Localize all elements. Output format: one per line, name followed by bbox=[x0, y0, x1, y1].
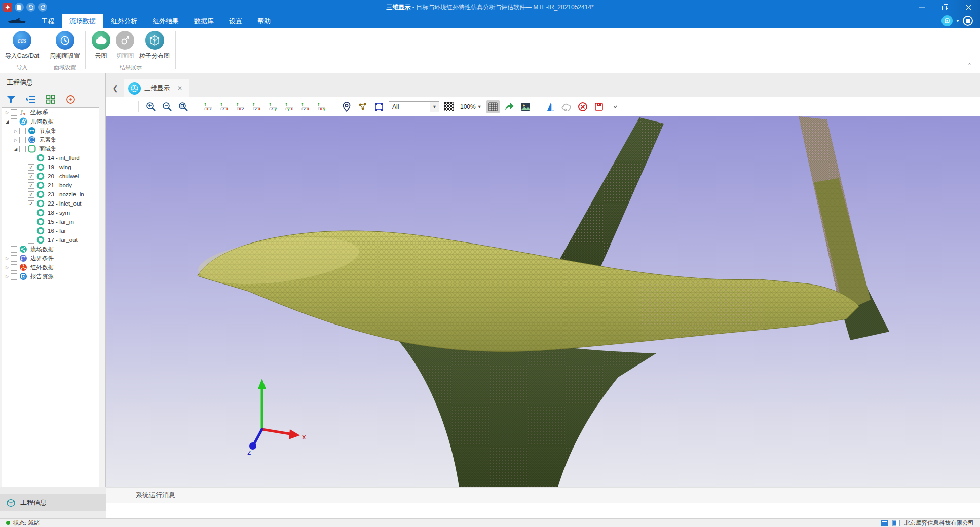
tree-row-14---int_fluid[interactable]: 14 - int_fluid bbox=[2, 153, 99, 163]
tree-checkbox[interactable] bbox=[19, 146, 26, 152]
menu-tab-5[interactable]: 设置 bbox=[221, 14, 250, 28]
tree-checkbox[interactable]: ✓ bbox=[28, 164, 34, 171]
box-select-icon[interactable] bbox=[372, 100, 386, 113]
tree-checkbox[interactable] bbox=[11, 264, 17, 271]
tree-expander-icon[interactable]: ◢ bbox=[12, 147, 19, 151]
tree-row-18---sym[interactable]: 18 - sym bbox=[2, 208, 99, 217]
view-bottom-icon[interactable]: yx bbox=[283, 100, 296, 113]
tree-row-面域集[interactable]: ◢面域集 bbox=[2, 144, 99, 153]
clear-all-icon[interactable] bbox=[576, 100, 589, 113]
grid-view-icon[interactable] bbox=[45, 93, 57, 105]
grid-toggle-button[interactable] bbox=[486, 100, 500, 113]
tree-checkbox[interactable]: ✓ bbox=[28, 182, 34, 189]
tree-checkbox[interactable] bbox=[11, 118, 17, 125]
tree-checkbox[interactable] bbox=[28, 155, 34, 161]
zoom-in-icon[interactable] bbox=[144, 100, 158, 113]
tree-checkbox[interactable] bbox=[11, 246, 17, 253]
tab-close-icon[interactable]: ✕ bbox=[177, 85, 182, 92]
tree-expander-icon[interactable]: ▷ bbox=[4, 265, 11, 270]
tree-expander-icon[interactable]: ▷ bbox=[12, 129, 19, 133]
zoom-out-icon[interactable] bbox=[161, 100, 174, 113]
help-circle-icon[interactable] bbox=[963, 16, 973, 26]
import-cas-dat-button[interactable]: cas 导入Cas/Dat bbox=[5, 31, 39, 60]
close-button[interactable] bbox=[957, 0, 980, 14]
tree-row-22---inlet_out[interactable]: ✓22 - inlet_out bbox=[2, 199, 99, 208]
probe-pin-icon[interactable] bbox=[340, 100, 353, 113]
locate-target-icon[interactable] bbox=[64, 93, 77, 105]
tree-checkbox[interactable] bbox=[11, 109, 17, 116]
new-file-button[interactable] bbox=[15, 3, 24, 12]
tree-checkbox[interactable] bbox=[19, 128, 26, 134]
view-back-icon[interactable]: zx bbox=[218, 100, 231, 113]
run-dropdown-caret[interactable]: ▼ bbox=[956, 19, 960, 23]
view-iso2-icon[interactable]: xy bbox=[315, 100, 328, 113]
viewport-3d[interactable]: x z 系统运行消息 bbox=[106, 116, 980, 503]
tree-row-几何数据[interactable]: ◢几何数据 bbox=[2, 117, 99, 126]
tree-expander-icon[interactable]: ◢ bbox=[4, 119, 11, 124]
undo-button[interactable] bbox=[26, 3, 35, 12]
view-left-icon[interactable]: xz bbox=[234, 100, 247, 113]
tree-row-19---wing[interactable]: ✓19 - wing bbox=[2, 163, 99, 172]
tree-expander-icon[interactable]: ▷ bbox=[4, 256, 11, 261]
layout-icon-1[interactable] bbox=[881, 520, 888, 526]
menu-tab-4[interactable]: 数据库 bbox=[186, 14, 221, 28]
tree-checkbox[interactable]: ✓ bbox=[28, 173, 34, 180]
tree-checkbox[interactable] bbox=[19, 137, 26, 143]
view-top-icon[interactable]: zy bbox=[267, 100, 280, 113]
contour-map-button[interactable]: 云图 bbox=[92, 31, 110, 60]
tree-checkbox[interactable]: ✓ bbox=[28, 200, 34, 207]
ribbon-collapse-chevron[interactable]: ⌃ bbox=[967, 62, 972, 69]
mirror-icon[interactable] bbox=[544, 100, 557, 113]
tree-row-报告资源[interactable]: ▷报告资源 bbox=[2, 272, 99, 281]
particle-map-button[interactable]: 粒子分布图 bbox=[139, 31, 170, 60]
menu-tab-0[interactable]: 工程 bbox=[33, 14, 62, 28]
view-front-icon[interactable]: xz bbox=[202, 100, 215, 113]
tree-expander-icon[interactable]: ▷ bbox=[12, 138, 19, 142]
tree-row-坐标系[interactable]: ▷yzx坐标系 bbox=[2, 108, 99, 117]
tree-checkbox[interactable] bbox=[28, 219, 34, 225]
menu-tab-1[interactable]: 流场数据 bbox=[62, 14, 103, 28]
minimize-button[interactable] bbox=[910, 0, 933, 14]
tree-row-16---far[interactable]: 16 - far bbox=[2, 226, 99, 235]
redo-button[interactable] bbox=[38, 3, 47, 12]
display-filter-select[interactable]: All▼ bbox=[389, 101, 439, 112]
tree-checkbox[interactable] bbox=[11, 273, 17, 280]
tree-row-21---body[interactable]: ✓21 - body bbox=[2, 181, 99, 190]
tree-row-17---far_out[interactable]: 17 - far_out bbox=[2, 235, 99, 245]
menu-tab-3[interactable]: 红外结果 bbox=[145, 14, 186, 28]
display-filter-dropdown-icon[interactable]: ▼ bbox=[430, 102, 439, 112]
view-iso-icon[interactable]: zx bbox=[299, 100, 312, 113]
lasso-icon[interactable] bbox=[560, 100, 573, 113]
tree-row-23---nozzle_in[interactable]: ✓23 - nozzle_in bbox=[2, 190, 99, 199]
tree-row-边界条件[interactable]: ▷边界条件 bbox=[2, 254, 99, 263]
tree-row-15---far_in[interactable]: 15 - far_in bbox=[2, 217, 99, 226]
filter-icon[interactable] bbox=[5, 93, 17, 105]
save-view-icon[interactable] bbox=[592, 100, 606, 113]
zoom-level-dropdown[interactable]: 100%▼ bbox=[459, 103, 483, 110]
app-icon[interactable] bbox=[3, 3, 12, 12]
node-display-icon[interactable] bbox=[356, 100, 369, 113]
tree-checkbox[interactable] bbox=[28, 210, 34, 216]
save-view-dropdown-caret[interactable] bbox=[609, 100, 622, 113]
tree-expander-icon[interactable]: ▷ bbox=[4, 110, 11, 115]
tree-checkbox[interactable] bbox=[28, 237, 34, 244]
run-view-button[interactable] bbox=[941, 15, 953, 26]
tree-checkbox[interactable]: ✓ bbox=[28, 191, 34, 198]
tree-row-20---chuiwei[interactable]: ✓20 - chuiwei bbox=[2, 172, 99, 181]
tab-3d-view[interactable]: 三维显示 ✕ bbox=[124, 79, 189, 97]
restore-button[interactable] bbox=[933, 0, 957, 14]
tree-expander-icon[interactable]: ▷ bbox=[4, 274, 11, 279]
list-view-icon[interactable] bbox=[25, 93, 37, 105]
menu-tab-6[interactable]: 帮助 bbox=[250, 14, 278, 28]
dither-pattern-icon[interactable] bbox=[442, 100, 456, 113]
view-right-icon[interactable]: zx bbox=[250, 100, 263, 113]
tree-row-红外数据[interactable]: ▷红外数据 bbox=[2, 263, 99, 272]
layout-icon-2[interactable] bbox=[892, 520, 900, 526]
tree-checkbox[interactable] bbox=[28, 228, 34, 234]
tree-row-元素集[interactable]: ▷元素集 bbox=[2, 135, 99, 144]
periodic-face-button[interactable]: 周期面设置 bbox=[50, 31, 80, 60]
snapshot-image-icon[interactable] bbox=[519, 100, 532, 113]
tree-row-流场数据[interactable]: 流场数据 bbox=[2, 245, 99, 254]
dock-tab-project-info[interactable]: 工程信息 bbox=[0, 494, 106, 511]
tabs-scroll-left-button[interactable]: ❮ bbox=[106, 79, 124, 97]
